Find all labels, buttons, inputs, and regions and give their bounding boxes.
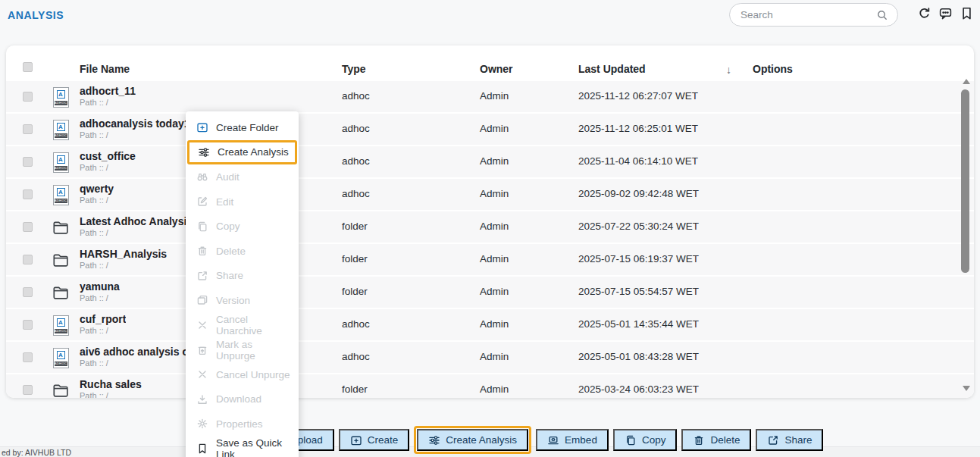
file-owner: Admin (480, 221, 509, 232)
file-name: cuf_rport (80, 313, 126, 325)
context-menu-item: Delete (186, 239, 299, 264)
search-input[interactable] (740, 9, 876, 20)
version-icon (196, 294, 208, 307)
create-analysis-button[interactable]: Create Analysis (417, 429, 528, 451)
feedback-comment-icon[interactable] (938, 6, 953, 20)
embed-button[interactable]: Embed (536, 429, 609, 451)
column-last-updated: Last Updated (578, 63, 646, 75)
table-row[interactable]: AADHOC cust_office Path :: / adhoc Admin… (6, 146, 974, 177)
toolbar-button-label: Create (368, 434, 399, 446)
bookmark-icon[interactable] (960, 6, 974, 20)
analysis-table-card: File Name Type Owner Last Updated ↓ Opti… (6, 45, 974, 398)
file-last-updated: 2025-11-04 06:14:10 WET (578, 155, 698, 167)
toolbar-button-label: Create Analysis (446, 434, 517, 446)
context-menu-item[interactable]: Create Analysis (187, 140, 297, 165)
table-row[interactable]: HARSH_Analysis Path :: / folder Admin 20… (6, 244, 974, 275)
row-checkbox[interactable] (23, 124, 33, 134)
bottom-toolbar: Upload Create Create Analysis Embed Copy… (261, 426, 823, 454)
refresh-icon[interactable] (917, 6, 931, 20)
share-button[interactable]: Share (756, 429, 823, 451)
toolbar-button-label: Share (784, 434, 812, 446)
column-file-name: File Name (80, 63, 130, 75)
file-owner: Admin (480, 123, 509, 134)
menu-item-label: Version (216, 295, 250, 306)
file-name: HARSH_Analysis (80, 248, 167, 260)
context-menu-item: Audit (186, 164, 299, 189)
x-cancel-icon (196, 319, 208, 332)
column-type: Type (342, 63, 366, 75)
row-checkbox[interactable] (23, 222, 33, 232)
file-name: cust_office (80, 150, 136, 162)
column-options: Options (753, 63, 793, 75)
table-row[interactable]: AADHOC adhocanalysis today1 Path :: / ad… (6, 114, 974, 145)
search-icon (876, 9, 888, 21)
table-row[interactable]: AADHOC cuf_rport Path :: / adhoc Admin 2… (6, 309, 974, 340)
table-row[interactable]: AADHOC aiv6 adhoc analysis credit c Path… (6, 342, 974, 373)
scroll-down-icon[interactable] (963, 386, 970, 391)
create-button[interactable]: Create (339, 429, 410, 451)
row-checkbox[interactable] (23, 320, 33, 330)
folder-icon (50, 282, 71, 303)
gear-icon (196, 418, 208, 430)
binoculars-icon (196, 171, 208, 183)
file-type: folder (342, 286, 368, 297)
row-checkbox[interactable] (23, 385, 33, 395)
file-last-updated: 2025-09-02 09:42:48 WET (578, 188, 699, 199)
download-icon (196, 393, 208, 405)
row-checkbox[interactable] (23, 352, 33, 362)
context-menu-item[interactable]: Create Folder (186, 115, 299, 140)
row-checkbox[interactable] (23, 255, 33, 264)
search-box[interactable] (729, 3, 898, 27)
menu-item-label: Copy (216, 221, 240, 232)
delete-button[interactable]: Delete (681, 429, 751, 451)
table-row[interactable]: Latest Adhoc Analysis Test Path :: / fol… (6, 211, 974, 243)
context-menu-item: Properties (186, 412, 299, 437)
scroll-up-icon[interactable] (963, 79, 970, 84)
file-path: Path :: / (80, 228, 108, 237)
file-last-updated: 2025-03-24 06:03:23 WET (578, 383, 699, 395)
table-header: File Name Type Owner Last Updated ↓ Opti… (6, 45, 974, 80)
file-path: Path :: / (80, 163, 108, 172)
row-checkbox[interactable] (23, 189, 33, 199)
footer-credit: ed by: AIVHUB LTD (2, 448, 71, 457)
context-menu-item: Share (186, 264, 299, 289)
menu-item-label: Create Analysis (218, 146, 289, 158)
file-owner: Admin (480, 253, 509, 264)
embed-icon (547, 434, 559, 446)
sliders-icon (428, 434, 440, 446)
table-row[interactable]: Rucha sales Path :: / folder Admin 2025-… (6, 374, 974, 398)
file-path: Path :: / (80, 293, 108, 302)
x-cancel-icon (196, 368, 208, 381)
file-owner: Admin (480, 383, 509, 395)
menu-item-label: Audit (216, 171, 240, 183)
context-menu-item[interactable]: Save as Quick Link (186, 437, 299, 457)
table-row[interactable]: AADHOC adhocrt_11 Path :: / adhoc Admin … (6, 81, 974, 112)
menu-item-label: Download (216, 393, 261, 405)
top-bar: ANALYSIS ? (0, 0, 980, 36)
menu-item-label: Properties (216, 418, 263, 430)
context-menu-item: Mark as Unpurge (186, 337, 299, 362)
table-row[interactable]: yamuna Path :: / folder Admin 2025-07-15… (6, 277, 974, 308)
context-menu-item: Edit (186, 189, 299, 214)
copy-button[interactable]: Copy (613, 429, 678, 451)
file-type: adhoc (342, 123, 370, 134)
file-path: Path :: / (80, 261, 108, 270)
folder-plus-icon (196, 121, 208, 134)
file-type: adhoc (342, 155, 370, 167)
sort-descending-icon[interactable]: ↓ (726, 64, 731, 76)
trash-icon (693, 434, 705, 446)
row-checkbox[interactable] (23, 287, 33, 297)
vertical-scrollbar[interactable] (960, 77, 972, 393)
row-checkbox[interactable] (23, 92, 33, 102)
share-icon (196, 269, 208, 282)
menu-item-label: Mark as Unpurge (216, 339, 291, 362)
table-row[interactable]: AADHOC qwerty Path :: / adhoc Admin 2025… (6, 179, 974, 210)
file-last-updated: 2025-05-01 08:43:28 WET (578, 351, 699, 362)
row-checkbox[interactable] (23, 157, 33, 167)
file-name: adhocanalysis today1 (80, 117, 190, 130)
folder-icon (50, 249, 71, 271)
scrollbar-thumb[interactable] (961, 89, 969, 273)
select-all-checkbox[interactable] (23, 62, 33, 72)
file-name: yamuna (80, 280, 120, 293)
sliders-icon (197, 146, 210, 158)
